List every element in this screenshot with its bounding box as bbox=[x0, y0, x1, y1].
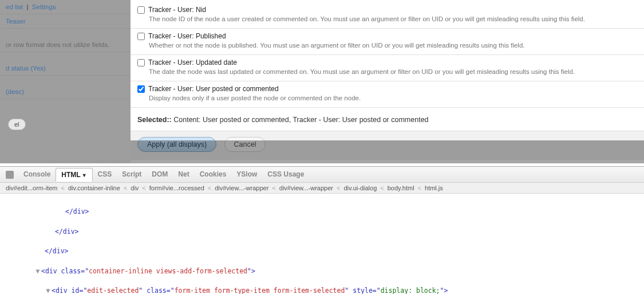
devtools-tab-cookies[interactable]: Cookies bbox=[195, 168, 232, 182]
breadcrumb-separator-icon: < bbox=[272, 185, 275, 191]
breadcrumb-item[interactable]: div#edit...orm-item bbox=[6, 185, 57, 191]
field-checkbox-label[interactable]: Tracker - User: Published bbox=[137, 32, 637, 40]
field-label-text: Tracker - User: Nid bbox=[148, 6, 206, 14]
devtools-tab-script[interactable]: Script bbox=[117, 168, 147, 182]
breadcrumb-item[interactable]: div#view...-wrapper bbox=[279, 185, 333, 191]
breadcrumb-item[interactable]: div.container-inline bbox=[68, 185, 120, 191]
field-label-text: Tracker - User: User posted or commented bbox=[148, 85, 279, 93]
breadcrumb-item[interactable]: form#vie...rocessed bbox=[149, 185, 204, 191]
devtools-tab-bar: ConsoleHTML▼CSSScriptDOMNetCookiesYSlowC… bbox=[0, 167, 644, 183]
field-checkbox[interactable] bbox=[137, 59, 145, 66]
field-option-row: Tracker - User: User posted or commented… bbox=[131, 81, 644, 108]
field-option-row: Tracker - User: PublishedWhether or not … bbox=[131, 29, 644, 55]
devtools-tab-css[interactable]: CSS bbox=[93, 168, 117, 182]
devtools-tab-css-usage[interactable]: CSS Usage bbox=[262, 168, 309, 182]
selected-value: Content: User posted or commented, Track… bbox=[173, 116, 428, 124]
devtools-breadcrumb: div#edit...orm-item<div.container-inline… bbox=[0, 183, 644, 194]
breadcrumb-item[interactable]: html.js bbox=[425, 185, 443, 191]
field-checkbox[interactable] bbox=[137, 85, 145, 93]
field-checkbox[interactable] bbox=[137, 33, 145, 40]
dropdown-arrow-icon: ▼ bbox=[82, 173, 87, 178]
field-description: Whether or not the node is published. Yo… bbox=[149, 42, 637, 49]
field-checkbox-label[interactable]: Tracker - User: Updated date bbox=[137, 58, 637, 66]
breadcrumb-separator-icon: < bbox=[380, 185, 384, 191]
bg-desc: (desc) bbox=[6, 88, 24, 95]
field-checkbox-label[interactable]: Tracker - User: Nid bbox=[137, 6, 637, 14]
bg-msg: or row format does not utilize fields. bbox=[6, 41, 109, 48]
field-option-row: Tracker - User: NidThe node ID of the no… bbox=[131, 0, 644, 29]
disclosure-triangle-icon[interactable]: ▼ bbox=[45, 286, 52, 294]
breadcrumb-separator-icon: < bbox=[337, 185, 340, 191]
devtools-tab-console[interactable]: Console bbox=[18, 168, 56, 182]
dimmed-background: ed list | Settings Teaser or row format … bbox=[0, 0, 131, 163]
breadcrumb-separator-icon: < bbox=[418, 185, 421, 191]
devtools-tab-yslow[interactable]: YSlow bbox=[231, 168, 262, 182]
bg-teaser: Teaser bbox=[6, 18, 26, 25]
field-description: The date the node was last updated or co… bbox=[149, 68, 637, 75]
field-checkbox[interactable] bbox=[137, 6, 145, 14]
devtools-tab-dom[interactable]: DOM bbox=[147, 168, 173, 182]
breadcrumb-separator-icon: < bbox=[142, 185, 145, 191]
field-description: Display nodes only if a user posted the … bbox=[149, 95, 637, 101]
dimmed-strip bbox=[131, 140, 644, 163]
breadcrumb-item[interactable]: body.html bbox=[388, 185, 414, 191]
field-label-text: Tracker - User: Updated date bbox=[148, 58, 237, 66]
devtools-panel: ConsoleHTML▼CSSScriptDOMNetCookiesYSlowC… bbox=[0, 166, 644, 294]
breadcrumb-separator-icon: < bbox=[208, 185, 211, 191]
devtools-tab-html[interactable]: HTML▼ bbox=[56, 168, 92, 182]
selected-label: Selected:: bbox=[137, 116, 172, 124]
firebug-icon[interactable] bbox=[6, 171, 14, 179]
selected-summary: Selected:: Content: User posted or comme… bbox=[131, 108, 644, 131]
add-fields-dialog: Tracker - User: NidThe node ID of the no… bbox=[131, 0, 644, 160]
breadcrumb-item[interactable]: div#view...-wrapper bbox=[215, 185, 268, 191]
breadcrumb-item[interactable]: div bbox=[131, 185, 139, 191]
devtools-html-tree[interactable]: </div> </div> </div> ▼<div class="contai… bbox=[0, 194, 644, 294]
devtools-tab-net[interactable]: Net bbox=[173, 168, 194, 182]
bg-link: Settings bbox=[32, 3, 56, 10]
breadcrumb-separator-icon: < bbox=[61, 185, 64, 191]
field-option-row: Tracker - User: Updated dateThe date the… bbox=[131, 55, 644, 81]
field-description: The node ID of the node a user created o… bbox=[149, 15, 637, 22]
disclosure-triangle-icon[interactable]: ▼ bbox=[34, 266, 41, 276]
bg-link: ed list bbox=[6, 3, 23, 10]
field-checkbox-label[interactable]: Tracker - User: User posted or commented bbox=[137, 85, 637, 93]
field-label-text: Tracker - User: Published bbox=[148, 32, 226, 40]
breadcrumb-separator-icon: < bbox=[124, 185, 127, 191]
breadcrumb-item[interactable]: div.ui-dialog bbox=[343, 185, 377, 191]
bg-button: el bbox=[8, 119, 26, 130]
bg-status: d status (Yes) bbox=[6, 65, 46, 72]
